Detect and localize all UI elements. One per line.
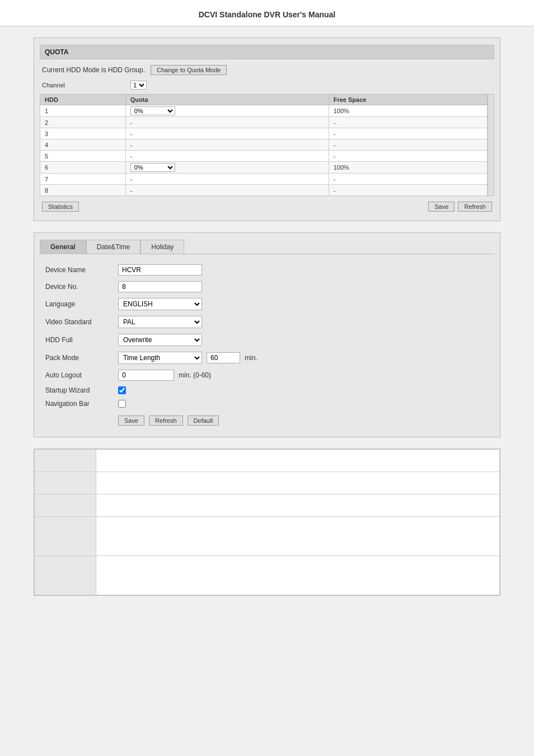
- auto-logout-hint: min. (0-60): [179, 371, 211, 379]
- tabs-row: General Date&Time Holiday: [40, 240, 494, 254]
- pack-mode-label: Pack Mode: [45, 354, 118, 362]
- startup-wizard-checkbox[interactable]: [118, 386, 126, 394]
- device-name-row: Device Name: [45, 264, 489, 276]
- quota-col-quota: Quota: [125, 95, 329, 105]
- general-save-button[interactable]: Save: [118, 416, 144, 426]
- quota-table-row: 8--: [40, 185, 488, 196]
- navigation-bar-row: Navigation Bar: [45, 400, 489, 408]
- quota-quota-select[interactable]: 0%: [130, 163, 175, 172]
- quota-hdd-cell: 7: [40, 174, 126, 185]
- hdd-mode-row: Current HDD Mode is HDD Group. Change to…: [40, 65, 494, 75]
- quota-col-hdd: HDD: [40, 95, 126, 105]
- quota-hdd-cell: 8: [40, 185, 126, 196]
- auto-logout-label: Auto Logout: [45, 371, 118, 379]
- quota-header: QUOTA: [40, 45, 494, 59]
- quota-freespace-cell: -: [329, 128, 487, 139]
- bottom-label-4: [35, 517, 96, 556]
- quota-col-freespace: Free Space: [329, 95, 487, 105]
- channel-select[interactable]: 1: [130, 81, 147, 90]
- quota-refresh-button[interactable]: Refresh: [458, 202, 492, 212]
- general-form: Device Name Device No. Language ENGLISH …: [40, 262, 494, 428]
- hdd-full-select[interactable]: Overwrite Stop Recording: [118, 334, 202, 346]
- quota-table-row: 60%100%: [40, 162, 488, 174]
- quota-hdd-cell: 5: [40, 151, 126, 162]
- navigation-bar-label: Navigation Bar: [45, 400, 118, 408]
- quota-quota-cell: 0%: [125, 162, 329, 174]
- auto-logout-row: Auto Logout min. (0-60): [45, 370, 489, 381]
- quota-table-row: 10%100%: [40, 105, 488, 117]
- general-refresh-button[interactable]: Refresh: [149, 416, 183, 426]
- quota-freespace-cell: 100%: [329, 105, 487, 117]
- quota-freespace-cell: -: [329, 185, 487, 196]
- device-no-row: Device No.: [45, 281, 489, 292]
- quota-hdd-cell: 4: [40, 139, 126, 151]
- statistics-button[interactable]: Statistics: [42, 202, 79, 212]
- quota-bottom-btns: Statistics Save Refresh: [40, 202, 494, 212]
- device-no-label: Device No.: [45, 283, 118, 291]
- hdd-mode-label: Current HDD Mode is HDD Group.: [42, 66, 145, 74]
- general-btns: Save Refresh Default: [45, 416, 489, 426]
- general-default-button[interactable]: Default: [188, 416, 219, 426]
- bottom-label-1: [35, 450, 96, 472]
- quota-quota-cell: -: [125, 128, 329, 139]
- quota-table-row: 2--: [40, 117, 488, 128]
- table-row: [35, 494, 500, 517]
- startup-wizard-row: Startup Wizard: [45, 386, 489, 394]
- quota-freespace-cell: -: [329, 151, 487, 162]
- channel-label: Channel: [42, 82, 126, 88]
- quota-table-row: 3--: [40, 128, 488, 139]
- quota-freespace-cell: -: [329, 174, 487, 185]
- pack-mode-select[interactable]: Time Length File Size: [118, 352, 202, 364]
- bottom-table: [34, 449, 500, 595]
- quota-freespace-cell: -: [329, 117, 487, 128]
- quota-freespace-cell: -: [329, 139, 487, 151]
- bottom-value-2: [96, 472, 500, 494]
- page-title: DCVI Standalone DVR User's Manual: [0, 0, 534, 26]
- quota-quota-select[interactable]: 0%: [130, 106, 175, 115]
- navigation-bar-checkbox[interactable]: [118, 400, 126, 408]
- quota-section: QUOTA Current HDD Mode is HDD Group. Cha…: [34, 38, 500, 221]
- quota-table-row: 7--: [40, 174, 488, 185]
- quota-freespace-cell: 100%: [329, 162, 487, 174]
- table-row: [35, 556, 500, 595]
- language-label: Language: [45, 300, 118, 308]
- pack-time-input[interactable]: [207, 352, 240, 363]
- hdd-full-label: HDD Full: [45, 336, 118, 344]
- channel-row: Channel 1: [40, 81, 494, 90]
- bottom-label-2: [35, 472, 96, 494]
- startup-wizard-label: Startup Wizard: [45, 386, 118, 394]
- quota-quota-cell: -: [125, 174, 329, 185]
- quota-table: HDD Quota Free Space 10%100%2--3--4--5--…: [40, 94, 488, 196]
- quota-hdd-cell: 3: [40, 128, 126, 139]
- quota-table-row: 5--: [40, 151, 488, 162]
- quota-table-row: 4--: [40, 139, 488, 151]
- pack-row: Time Length File Size min.: [118, 352, 257, 364]
- change-mode-button[interactable]: Change to Quota Mode: [151, 65, 227, 75]
- bottom-label-5: [35, 556, 96, 595]
- video-standard-row: Video Standard PAL NTSC: [45, 316, 489, 328]
- quota-hdd-cell: 6: [40, 162, 126, 174]
- table-row: [35, 472, 500, 494]
- language-select[interactable]: ENGLISH CHINESE FRENCH GERMAN: [118, 298, 202, 310]
- general-section: General Date&Time Holiday Device Name De…: [34, 232, 500, 437]
- quota-quota-cell: -: [125, 117, 329, 128]
- quota-quota-cell: -: [125, 185, 329, 196]
- language-row: Language ENGLISH CHINESE FRENCH GERMAN: [45, 298, 489, 310]
- hdd-full-row: HDD Full Overwrite Stop Recording: [45, 334, 489, 346]
- quota-scrollbar[interactable]: [488, 94, 494, 196]
- quota-quota-cell: -: [125, 139, 329, 151]
- pack-mode-row: Pack Mode Time Length File Size min.: [45, 352, 489, 364]
- video-standard-select[interactable]: PAL NTSC: [118, 316, 202, 328]
- auto-logout-input[interactable]: [118, 370, 174, 381]
- tab-holiday[interactable]: Holiday: [140, 240, 184, 254]
- device-no-input[interactable]: [118, 281, 202, 292]
- quota-save-button[interactable]: Save: [428, 202, 455, 212]
- device-name-input[interactable]: [118, 264, 202, 276]
- quota-hdd-cell: 2: [40, 117, 126, 128]
- bottom-value-3: [96, 494, 500, 517]
- tab-general[interactable]: General: [40, 240, 86, 254]
- bottom-value-4: [96, 517, 500, 556]
- device-name-label: Device Name: [45, 266, 118, 274]
- pack-time-unit: min.: [245, 354, 257, 362]
- tab-datetime[interactable]: Date&Time: [86, 240, 141, 254]
